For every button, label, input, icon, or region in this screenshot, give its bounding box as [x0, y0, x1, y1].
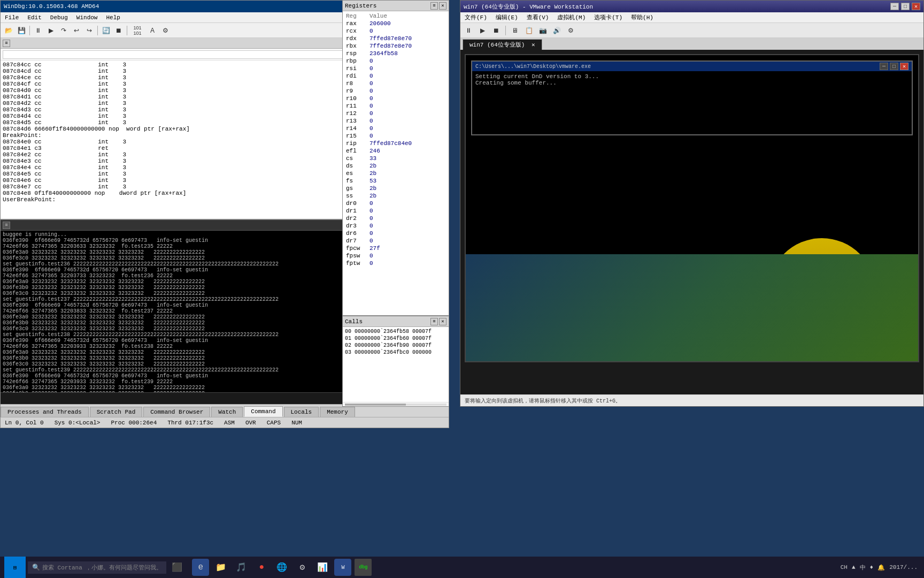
vm-toolbar-5[interactable]: 📋	[523, 25, 535, 36]
toolbar-step[interactable]: ↷	[58, 25, 70, 36]
calls-content: 00 00000000`2364fb58 00007f01 00000000`2…	[343, 327, 449, 402]
wifi-icon[interactable]: 🔔	[877, 564, 885, 571]
vmware-window: win7 (64位专业版) - VMware Workstation ─ □ ✕…	[460, 0, 924, 407]
toolbar-break[interactable]: ⏸	[32, 25, 44, 36]
register-name: cs	[346, 155, 365, 162]
call-row: 02 00000000`2364fb90 00007f	[345, 342, 446, 349]
taskbar-app4-icon[interactable]: W	[334, 559, 351, 576]
vmware-menu-查看(V)[interactable]: 查看(V)	[522, 12, 553, 22]
tab-command[interactable]: Command	[244, 406, 282, 417]
start-button[interactable]: ⊞	[4, 557, 26, 578]
taskbar-ie-icon[interactable]: e	[192, 559, 209, 576]
tab-processes-and-threads[interactable]: Processes and Threads	[1, 407, 89, 417]
menu-window[interactable]: Window	[72, 13, 102, 22]
vmware-menu-编辑(E)[interactable]: 编辑(E)	[491, 12, 522, 22]
vm-tab-close[interactable]: ✕	[532, 42, 535, 48]
vm-tab-win7[interactable]: win7 (64位专业版) ✕	[463, 39, 542, 50]
vm-toolbar-3[interactable]: ⏹	[490, 25, 502, 36]
menu-help[interactable]: Help	[102, 13, 124, 22]
disasm-menu-btn[interactable]: ≡	[3, 40, 10, 47]
register-row-r13: r130	[344, 117, 448, 125]
toolbar-restart[interactable]: 🔄	[100, 25, 112, 36]
register-row-r9: r90	[344, 87, 448, 95]
vm-toolbar-7[interactable]: 🔊	[551, 25, 563, 36]
menu-edit[interactable]: Edit	[23, 13, 45, 22]
toolbar-run[interactable]: ▶	[45, 25, 57, 36]
taskbar-app2-icon[interactable]: ⚙	[294, 559, 311, 576]
vmware-menu-文件(F)[interactable]: 文件(F)	[460, 12, 491, 22]
calls-titlebar: Calls ≡ ✕	[343, 316, 449, 327]
vm-toolbar-4[interactable]: 🖥	[509, 25, 521, 36]
taskbar-app1-icon[interactable]: 🌐	[273, 559, 290, 576]
vm-toolbar-1[interactable]: ⏸	[463, 25, 474, 36]
register-row-dr0: dr00	[344, 200, 448, 207]
register-row-rcx: rcx0	[344, 27, 448, 35]
toolbar-stepover[interactable]: ↩	[71, 25, 82, 36]
cortana-text[interactable]: 搜索 Cortana ，小娜。有何问题尽管问我。	[42, 564, 162, 572]
register-value: 0	[369, 118, 373, 124]
taskbar-app3-icon[interactable]: 📊	[314, 559, 331, 576]
disasm-address-input[interactable]: scopeip	[3, 50, 388, 59]
taskbar-music-icon[interactable]: 🎵	[233, 559, 250, 576]
toolbar-stop[interactable]: ⏹	[113, 25, 125, 36]
taskbar-folder-icon[interactable]: 📁	[212, 559, 229, 576]
taskbar-chrome-icon[interactable]: ●	[253, 559, 270, 576]
toolbar-options[interactable]: ⚙	[159, 25, 171, 36]
vmware-menu-帮助(H)[interactable]: 帮助(H)	[627, 12, 658, 22]
vmware-close[interactable]: ✕	[912, 3, 920, 10]
vmware-menu-虚拟机(M)[interactable]: 虚拟机(M)	[553, 12, 590, 22]
tab-memory[interactable]: Memory	[320, 407, 355, 417]
register-row-cs: cs33	[344, 155, 448, 162]
registers-panel: Registers ≡ ✕ Reg Value rax206000rcx0rdx…	[342, 0, 449, 316]
vm-terminal: C:\Users\...\win7\Desktop\vmware.exe ─ □…	[471, 60, 913, 135]
register-name: dr3	[346, 223, 365, 229]
registers-close-btn[interactable]: ✕	[439, 2, 446, 10]
toolbar-save[interactable]: 💾	[16, 25, 27, 36]
cmd-menu-btn[interactable]: ≡	[3, 222, 10, 229]
vmware-maximize[interactable]: □	[901, 3, 910, 10]
vm-toolbar-2[interactable]: ▶	[476, 25, 488, 36]
vm-toolbar-8[interactable]: ⚙	[565, 25, 576, 36]
tab-locals[interactable]: Locals	[284, 407, 319, 417]
vmware-minimize[interactable]: ─	[890, 3, 899, 10]
taskbar-mic-icon[interactable]: ♦	[870, 564, 874, 571]
register-value: 0	[369, 80, 373, 87]
vmware-status-text: 要将输入定向到该虚拟机，请将鼠标指针移入其中或按 Ctrl+G。	[465, 397, 621, 405]
register-name: r13	[346, 118, 365, 124]
register-row-rax: rax206000	[344, 20, 448, 27]
register-name: dr2	[346, 215, 365, 222]
taskbar-windbg-icon[interactable]: dbg	[355, 559, 372, 576]
register-name: rbp	[346, 58, 365, 64]
toolbar-open[interactable]: 📂	[3, 25, 14, 36]
taskbar-arrow-icon[interactable]: ▲	[852, 564, 856, 571]
toolbar-font[interactable]: A	[147, 25, 158, 36]
toolbar-source[interactable]: 101101	[129, 25, 145, 36]
register-name: r12	[346, 110, 365, 117]
register-value: 7ffed87c84e0	[369, 140, 412, 147]
menu-file[interactable]: File	[1, 13, 23, 22]
register-name: rbx	[346, 43, 365, 49]
vm-toolbar-6[interactable]: 📷	[537, 25, 549, 36]
reg-header: Reg Value	[344, 12, 448, 20]
term-min[interactable]: ─	[880, 63, 888, 70]
tab-command-browser[interactable]: Command Browser	[143, 407, 210, 417]
vmware-screen[interactable]: C:\Users\...\win7\Desktop\vmware.exe ─ □…	[460, 50, 923, 394]
registers-menu-btn[interactable]: ≡	[430, 2, 438, 10]
tab-scratch-pad[interactable]: Scratch Pad	[90, 407, 143, 417]
vmware-menu-选项卡(T)[interactable]: 选项卡(T)	[590, 12, 627, 22]
register-value: 0	[369, 208, 373, 214]
menu-debug[interactable]: Debug	[46, 13, 72, 22]
registers-content[interactable]: Reg Value rax206000rcx0rdx7ffed87e8e70rb…	[343, 11, 449, 315]
register-name: fptw	[346, 260, 365, 267]
register-value: 0	[369, 230, 373, 237]
calls-close-btn[interactable]: ✕	[439, 318, 446, 325]
vm-inner-window: C:\Users\...\win7\Desktop\vmware.exe ─ □…	[465, 54, 919, 362]
register-name: efl	[346, 148, 365, 154]
calls-menu-btn[interactable]: ≡	[430, 318, 438, 325]
term-close[interactable]: ✕	[900, 63, 908, 70]
toolbar-stepout[interactable]: ↪	[83, 25, 95, 36]
task-view-button[interactable]: ⬛	[168, 559, 186, 576]
tab-watch[interactable]: Watch	[211, 407, 243, 417]
register-name: rdx	[346, 35, 365, 42]
term-max[interactable]: □	[890, 63, 898, 70]
